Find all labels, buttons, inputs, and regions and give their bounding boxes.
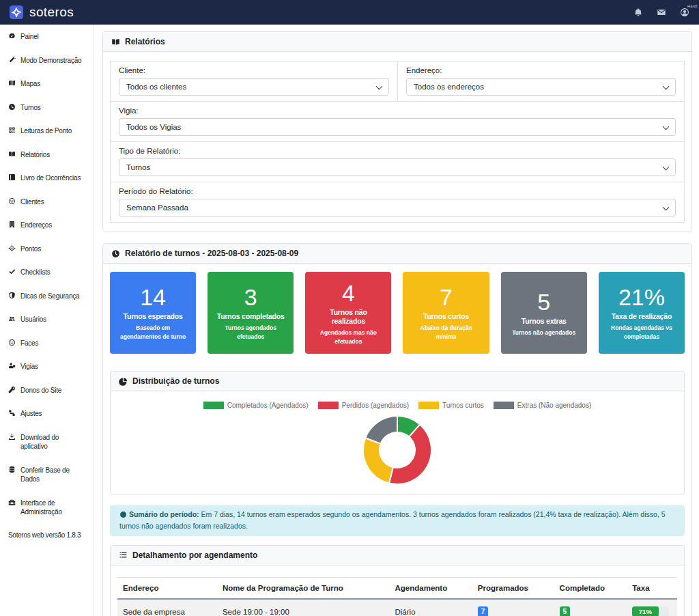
journal-icon <box>8 173 16 181</box>
legend-item[interactable]: Completados (Agendados) <box>203 402 309 409</box>
stat-label: Turnos completados <box>215 312 286 321</box>
filters-title: Relatórios <box>125 37 165 46</box>
table-column-header[interactable]: Nome da Programação de Turno <box>217 577 390 599</box>
filter-field-cliente: Cliente:Todos os clientes <box>111 61 397 101</box>
sidebar-item-vigias[interactable]: Vigias <box>8 362 86 372</box>
sidebar-item-enderecos[interactable]: Endereços <box>8 221 86 230</box>
sidebar-item-label: Usuários <box>20 315 46 324</box>
table-column-header[interactable]: Taxa <box>627 577 677 599</box>
summary-text: Em 7 dias, 14 turnos eram esperados segu… <box>119 510 666 530</box>
completado-badge: 5 <box>560 606 571 616</box>
topbar: soteros Hardt <box>0 0 699 25</box>
table-column-header[interactable]: Endereço <box>117 577 217 599</box>
sidebar-item-ajustes[interactable]: Ajustes <box>8 409 86 419</box>
endereco-select[interactable]: Todos os endereços <box>406 78 676 96</box>
filter-label-vigia: Vigia: <box>119 107 676 115</box>
sidebar-item-label: Faces <box>20 339 38 348</box>
face-icon <box>8 339 16 346</box>
cell-completado: 5 <box>554 599 627 616</box>
stat-value: 3 <box>215 284 286 311</box>
legend-label: Turnos curtos <box>442 402 484 409</box>
distribution-card: Distribuição de turnos Completados (Agen… <box>110 371 685 494</box>
legend-swatch <box>318 402 339 409</box>
database-icon <box>8 466 16 473</box>
sidebar-item-label: Checklists <box>20 268 51 277</box>
legend-item[interactable]: Turnos curtos <box>418 402 484 409</box>
sidebar-item-donos-do-site[interactable]: Donos do Site <box>8 386 86 395</box>
filter-field-tipo-de-relatorio: Tipo de Relatório:Turnos <box>111 141 684 182</box>
cell-programados: 7 <box>472 599 554 616</box>
periodo-do-relatorio-select[interactable]: Semana Passada <box>119 199 676 216</box>
cell-nome: Sede 19:00 - 19:00 <box>217 599 390 616</box>
donut-segment <box>363 438 393 483</box>
filters-card: Relatórios Cliente:Todos os clientesEnde… <box>102 31 692 232</box>
sidebar-item-download-do-aplicativo[interactable]: Download do aplicativo <box>8 433 86 451</box>
taxa-progress: 71% <box>632 606 669 616</box>
sidebar-item-usuarios[interactable]: Usuários <box>8 315 86 324</box>
sidebar-item-label: Conferir Base de Dados <box>20 466 86 484</box>
donut-segment <box>365 416 397 444</box>
sidebar-item-label: Dicas de Segurança <box>20 292 79 301</box>
face-icon <box>8 197 16 205</box>
sidebar-item-pontos[interactable]: Pontos <box>8 244 86 254</box>
report-card-header: Relatório de turnos - 2025-08-03 - 2025-… <box>103 244 691 264</box>
report-card: Relatório de turnos - 2025-08-03 - 2025-… <box>102 243 692 616</box>
sidebar-item-conferir-base-de-dados[interactable]: Conferir Base de Dados <box>8 466 86 484</box>
table-column-header[interactable]: Programados <box>472 577 554 599</box>
stat-label: Taxa de realização <box>606 312 677 321</box>
sidebar-item-label: Modo Demonstração <box>20 56 81 66</box>
sidebar-item-modo-demonstracao[interactable]: Modo Demonstração <box>8 56 86 66</box>
sidebar-item-turnos[interactable]: Turnos <box>8 103 86 113</box>
stat-sublabel: Turnos não agendados <box>509 328 580 337</box>
filter-field-vigia: Vigia:Todos os Vigias <box>111 101 684 141</box>
taxa-progress-fill: 71% <box>632 606 658 616</box>
sidebar-item-checklists[interactable]: Checklists <box>8 268 86 277</box>
legend-label: Completados (Agendados) <box>227 402 309 409</box>
table-column-header[interactable]: Agendamento <box>390 577 472 599</box>
sidebar-item-faces[interactable]: Faces <box>8 339 86 348</box>
filter-label-endereco: Endereço: <box>406 66 676 74</box>
table-column-header[interactable]: Completado <box>554 577 627 599</box>
stat-card-extras: 5Turnos extrasTurnos não agendados <box>501 272 587 354</box>
filter-field-endereco: Endereço:Todos os endereços <box>397 61 684 101</box>
sidebar-item-dicas-de-seguranca[interactable]: Dicas de Segurança <box>8 292 86 301</box>
table-row[interactable]: Sede da empresaSede 19:00 - 19:00Diário7… <box>117 599 677 616</box>
bell-icon[interactable] <box>633 8 643 17</box>
stat-label: Turnos não realizados <box>313 308 384 326</box>
list-icon <box>119 550 128 559</box>
user-shield-icon <box>8 362 16 369</box>
sidebar-item-leituras-de-ponto[interactable]: Leituras de Ponto <box>8 126 86 136</box>
sidebar-item-relatorios[interactable]: Relatórios <box>8 150 86 160</box>
stat-value: 5 <box>509 289 580 316</box>
clock-icon <box>111 249 120 258</box>
sidebar-item-clientes[interactable]: Clientes <box>8 197 86 207</box>
sidebar-item-label: Vigias <box>20 362 38 372</box>
stat-value: 7 <box>410 284 481 311</box>
building-icon <box>8 221 16 228</box>
sidebar-item-painel[interactable]: Painel <box>8 32 86 42</box>
book-open-icon <box>111 38 120 46</box>
clock-icon <box>8 103 16 111</box>
legend-item[interactable]: Perdidos (agendados) <box>318 402 409 409</box>
info-icon <box>119 510 127 518</box>
envelope-icon[interactable] <box>657 8 666 17</box>
tipo-de-relatorio-select[interactable]: Turnos <box>119 158 676 176</box>
cell-endereco: Sede da empresa <box>117 599 217 616</box>
sidebar-item-interface-de-administracao[interactable]: Interface de Administração <box>8 499 86 517</box>
stat-sublabel: Rondas agendadas vs completadas <box>606 324 677 341</box>
sidebar-item-livro-de-ocorrencias[interactable]: Livro de Ocorrências <box>8 173 86 183</box>
brand-name: soteros <box>29 5 74 20</box>
detail-title: Detalhamento por agendamento <box>132 550 257 560</box>
filter-field-periodo-do-relatorio: Período do Relatório:Semana Passada <box>111 182 684 222</box>
legend-item[interactable]: Extras (Não agendados) <box>494 402 591 409</box>
user-menu[interactable]: Hardt <box>680 8 689 17</box>
vigia-select[interactable]: Todos os Vigias <box>119 118 676 136</box>
app-version: Soteros web versão 1.8.3 <box>8 531 86 539</box>
stat-sublabel: Abaixo da duração mínima <box>410 324 481 341</box>
cliente-select[interactable]: Todos os clientes <box>119 78 389 96</box>
sidebar-item-mapas[interactable]: Mapas <box>8 79 86 89</box>
brand[interactable]: soteros <box>10 5 74 20</box>
sidebar-item-label: Ajustes <box>20 409 42 419</box>
stat-card-completados: 3Turnos completadosTurnos agendados efet… <box>208 272 294 354</box>
check-icon <box>8 268 16 275</box>
